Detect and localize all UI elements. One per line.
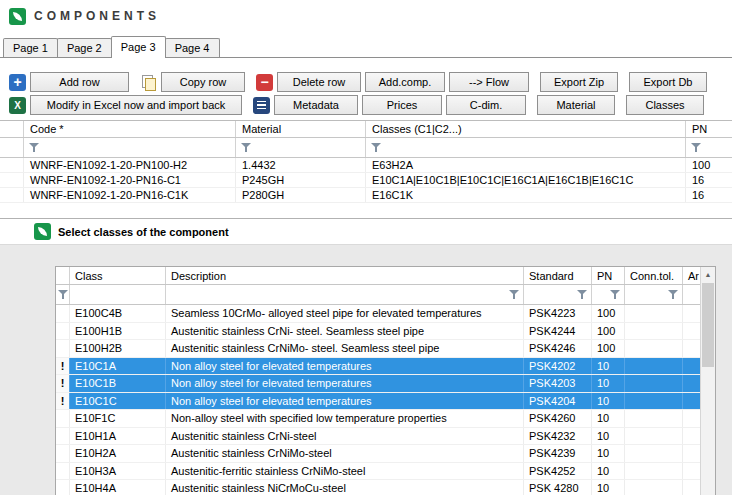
column-header-material[interactable]: Material: [236, 121, 366, 137]
class-row[interactable]: E100C4B Seamless 10CrMo- alloyed steel p…: [56, 305, 700, 323]
export-zip-button[interactable]: Export Zip: [540, 72, 618, 92]
delete-row-icon-button[interactable]: −: [256, 74, 273, 91]
column-header-conn-tol[interactable]: Conn.tol.: [625, 267, 683, 284]
cell-description: Austenitic stainless CrNiMo-steel: [166, 445, 524, 462]
classes-table-container: Class Description Standard PN Conn.tol. …: [55, 266, 716, 495]
cell-class: E100C4B: [70, 305, 166, 322]
class-row-selected[interactable]: ! E10C1B Non alloy steel for elevated te…: [56, 375, 700, 393]
cell-classes: E10C1A|E10C1B|E10C1C|E16C1A|E16C1B|E16C1…: [366, 173, 686, 187]
cell-pn: 16: [686, 173, 732, 187]
class-row[interactable]: E10H3A Austenitic-ferritic stainless CrN…: [56, 463, 700, 481]
filter-description-cell[interactable]: [166, 285, 524, 304]
filter-conn-tol-cell[interactable]: [625, 285, 683, 304]
cell-ar: [683, 410, 700, 427]
cell-standard: PSK4239: [524, 445, 592, 462]
add-comp-button[interactable]: Add.comp.: [365, 72, 445, 92]
class-row[interactable]: E10H4A Austenitic stainless NiCrMoCu-ste…: [56, 480, 700, 495]
column-header-standard[interactable]: Standard: [524, 267, 592, 284]
class-row-selected[interactable]: ! E10C1A Non alloy steel for elevated te…: [56, 358, 700, 376]
copy-row-button[interactable]: Copy row: [161, 72, 245, 92]
class-row[interactable]: E10H1A Austenitic stainless CrNi-steel P…: [56, 428, 700, 446]
column-header-ar[interactable]: Ar: [683, 267, 700, 284]
row-marker: !: [56, 393, 70, 410]
column-header-description[interactable]: Description: [166, 267, 524, 284]
cell-standard: PSK4244: [524, 323, 592, 340]
tab-page-2[interactable]: Page 2: [57, 38, 112, 57]
component-row[interactable]: WNRF-EN1092-1-20-PN16-C1K P280GH E16C1K …: [0, 188, 732, 203]
cell-pn: 10: [592, 463, 625, 480]
dialog-title-bar: Select classes of the component: [0, 219, 732, 245]
tab-page-4[interactable]: Page 4: [165, 38, 220, 57]
app-header: COMPONENTS: [0, 0, 732, 32]
tab-page-1[interactable]: Page 1: [3, 38, 58, 57]
cell-standard: PSK4232: [524, 428, 592, 445]
material-button[interactable]: Material: [537, 95, 615, 115]
column-header-pn[interactable]: PN: [592, 267, 625, 284]
column-header-pn[interactable]: PN: [686, 121, 732, 137]
filter-code-cell[interactable]: [24, 138, 236, 157]
scrollbar-thumb[interactable]: [702, 283, 714, 367]
cell-standard: PSK4252: [524, 463, 592, 480]
cell-standard: PSK4202: [524, 358, 592, 375]
cell-pn: 100: [592, 305, 625, 322]
cell-description: Austenitic stainless CrNi-steel: [166, 428, 524, 445]
filter-class-cell[interactable]: [70, 285, 166, 304]
scroll-up-button[interactable]: ▲: [701, 267, 715, 282]
class-row[interactable]: E100H1B Austenitic stainless CrNi- steel…: [56, 323, 700, 341]
cell-standard: PSK4246: [524, 340, 592, 357]
dialog-title: Select classes of the component: [58, 226, 229, 238]
cell-standard: PSK4203: [524, 375, 592, 392]
row-marker: [56, 323, 70, 340]
cell-conn-tol: [625, 463, 683, 480]
column-header-classes[interactable]: Classes (C1|C2...): [366, 121, 686, 137]
filter-classes-cell[interactable]: [366, 138, 686, 157]
column-header-code[interactable]: Code *: [24, 121, 236, 137]
class-row[interactable]: E10F1C Non-alloy steel with specified lo…: [56, 410, 700, 428]
c-dim-button[interactable]: C-dim.: [446, 95, 526, 115]
filter-pn-cell[interactable]: [592, 285, 625, 304]
metadata-icon-button[interactable]: [253, 97, 270, 114]
flow-button[interactable]: --> Flow: [449, 72, 529, 92]
classes-button[interactable]: Classes: [626, 95, 704, 115]
delete-row-button[interactable]: Delete row: [277, 72, 361, 92]
copy-row-icon-button[interactable]: [140, 74, 157, 91]
excel-icon-button[interactable]: X: [9, 97, 26, 114]
cell-material: 1.4432: [236, 158, 366, 172]
class-row[interactable]: E10H2A Austenitic stainless CrNiMo-steel…: [56, 445, 700, 463]
vertical-scrollbar[interactable]: ▲: [700, 267, 715, 495]
filter-standard-cell[interactable]: [524, 285, 592, 304]
cell-pn: 10: [592, 393, 625, 410]
cell-description: Austenitic stainless NiCrMoCu-steel: [166, 480, 524, 495]
cell-ar: [683, 358, 700, 375]
filter-ar-cell[interactable]: [683, 285, 700, 304]
metadata-button[interactable]: Metadata: [274, 95, 358, 115]
filter-pn-cell[interactable]: [686, 138, 732, 157]
modify-excel-button[interactable]: Modify in Excel now and import back: [30, 95, 242, 115]
component-row[interactable]: WNRF-EN1092-1-20-PN16-C1 P245GH E10C1A|E…: [0, 173, 732, 188]
filter-material-cell[interactable]: [236, 138, 366, 157]
filter-funnel-icon: [241, 143, 251, 152]
cell-ar: [683, 323, 700, 340]
filter-gutter-cell[interactable]: [56, 285, 70, 304]
filter-funnel-icon: [371, 143, 381, 152]
cell-ar: [683, 305, 700, 322]
components-table-header: Code * Material Classes (C1|C2...) PN: [0, 121, 732, 138]
prices-button[interactable]: Prices: [362, 95, 442, 115]
cell-pn: 100: [592, 340, 625, 357]
cell-conn-tol: [625, 375, 683, 392]
row-marker: [56, 463, 70, 480]
cell-conn-tol: [625, 323, 683, 340]
cell-conn-tol: [625, 410, 683, 427]
row-indicator: [0, 173, 24, 187]
component-row[interactable]: WNRF-EN1092-1-20-PN100-H2 1.4432 E63H2A …: [0, 158, 732, 173]
row-marker: !: [56, 358, 70, 375]
tab-page-3[interactable]: Page 3: [111, 36, 166, 58]
cell-description: Austenitic stainless CrNi- steel. Seamle…: [166, 323, 524, 340]
cell-code: WNRF-EN1092-1-20-PN16-C1: [24, 173, 236, 187]
class-row[interactable]: E100H2B Austenitic stainless CrNiMo- ste…: [56, 340, 700, 358]
add-row-icon-button[interactable]: +: [9, 74, 26, 91]
column-header-class[interactable]: Class: [70, 267, 166, 284]
export-db-button[interactable]: Export Db: [629, 72, 707, 92]
class-row-selected[interactable]: ! E10C1C Non alloy steel for elevated te…: [56, 393, 700, 411]
add-row-button[interactable]: Add row: [30, 72, 129, 92]
